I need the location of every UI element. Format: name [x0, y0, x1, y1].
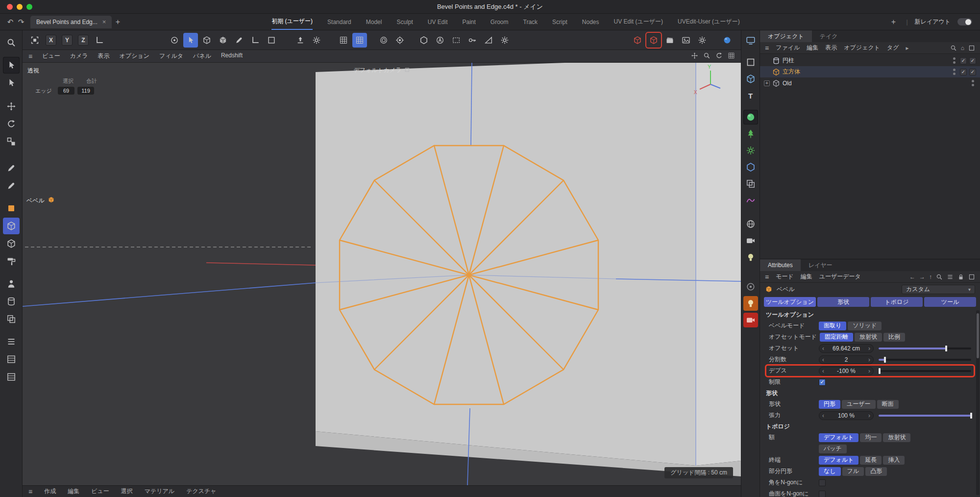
object-name[interactable]: 円柱: [783, 56, 794, 65]
undo-icon[interactable]: ↶: [5, 17, 16, 27]
slider-track[interactable]: [879, 370, 971, 372]
subdivision-value[interactable]: 2: [824, 356, 868, 363]
y-axis-toggle[interactable]: Y: [60, 33, 74, 48]
object-mode-button[interactable]: [216, 33, 230, 48]
phong-tag-icon[interactable]: ✓: [960, 57, 967, 64]
search-icon[interactable]: [950, 45, 957, 51]
point-pen-tool[interactable]: [3, 160, 20, 176]
spline-pen-tool[interactable]: [3, 177, 20, 194]
keyframe-tool-button[interactable]: [465, 33, 480, 48]
slider-track[interactable]: [879, 348, 971, 349]
axis-modification-toggle[interactable]: [293, 33, 308, 48]
tab-objects[interactable]: オブジェクト: [760, 30, 812, 42]
annotation-tool-button[interactable]: [433, 33, 447, 48]
section-button-shaping[interactable]: 形状: [817, 297, 869, 307]
close-window-button[interactable]: [7, 4, 13, 10]
section-button-tool[interactable]: ツール: [924, 297, 976, 307]
param-input-offset[interactable]: ‹69.642 cm›: [819, 344, 874, 353]
projection-label[interactable]: 透視: [27, 67, 39, 75]
rotate-view-control[interactable]: [715, 52, 723, 61]
section-button-topology[interactable]: トポロジ: [871, 297, 923, 307]
filter-icon[interactable]: [947, 273, 954, 280]
shape-option-2[interactable]: 断面: [877, 400, 899, 409]
subdivision-surface-button[interactable]: [743, 110, 758, 124]
object-edit-mode[interactable]: [3, 275, 20, 292]
selection-tool[interactable]: [3, 57, 20, 74]
polygon-pen-button[interactable]: [232, 33, 246, 48]
slider-handle[interactable]: [879, 368, 881, 374]
bevel-mode-option-0[interactable]: 面取り: [819, 322, 846, 330]
shape-option-0[interactable]: 円形: [819, 400, 840, 409]
slider-handle[interactable]: [970, 413, 972, 419]
slider-track[interactable]: [879, 415, 971, 417]
zoom-view-control[interactable]: [703, 52, 710, 61]
toggle-view-control[interactable]: [728, 52, 735, 61]
scale-tool[interactable]: [3, 133, 20, 150]
document-tab[interactable]: Bevel Points and Edg... ×: [30, 16, 112, 28]
ending-option-0[interactable]: デフォルト: [819, 456, 858, 465]
slider-handle[interactable]: [945, 346, 947, 351]
miter-option-2[interactable]: 放射状: [883, 433, 910, 442]
visibility-dots[interactable]: [953, 57, 956, 64]
bevel-mode-option-1[interactable]: ソリッド: [848, 322, 882, 330]
object-manager-menu-icon[interactable]: ≡: [765, 44, 769, 52]
viewport-menu-icon[interactable]: ≡: [28, 52, 32, 60]
snap-list-button[interactable]: [3, 333, 20, 350]
object-row-old[interactable]: +Old: [760, 77, 980, 89]
section-button-tool-options[interactable]: ツールオプション: [764, 297, 816, 307]
corner-ngon-checkbox[interactable]: [819, 479, 826, 486]
filter-menu[interactable]: フィルタ: [159, 52, 183, 60]
tab-layers[interactable]: レイヤー: [801, 259, 840, 271]
uv-edit-mode[interactable]: [3, 293, 20, 310]
maximize-window-button[interactable]: [26, 4, 32, 10]
coordinate-system-toggle[interactable]: [92, 33, 107, 48]
cube-primitives-button[interactable]: [743, 72, 758, 86]
polygon-edit-mode[interactable]: [3, 235, 20, 252]
volume-builder-button[interactable]: [743, 160, 758, 174]
bottom-menu-icon[interactable]: ≡: [28, 488, 32, 496]
redshift-camera-button[interactable]: [743, 313, 758, 327]
miter-option-1[interactable]: 均一: [860, 433, 882, 442]
panel-menu[interactable]: パネル: [193, 52, 211, 60]
generators-button[interactable]: [743, 143, 758, 158]
depth-value[interactable]: -100 %: [824, 368, 868, 374]
environment-objects-button[interactable]: [743, 217, 758, 231]
filter-panel-icon[interactable]: [968, 45, 975, 51]
move-tool[interactable]: [3, 98, 20, 115]
quantize-snap-toggle[interactable]: [352, 33, 367, 48]
bottom-edit-menu[interactable]: 編集: [68, 487, 79, 496]
menu-overflow-arrow-icon[interactable]: ▸: [906, 45, 909, 51]
search-icon[interactable]: [936, 273, 943, 280]
view-menu[interactable]: ビュー: [42, 52, 60, 60]
texture-edit-mode[interactable]: [3, 253, 20, 270]
camera-menu[interactable]: カメラ: [70, 52, 88, 60]
viewport[interactable]: Y X 透視 デフォルトカメラ 選択 合計 エッジ: [23, 63, 741, 485]
attr-user-data-menu[interactable]: ユーザーデータ: [819, 273, 861, 281]
offset-mode-option-2[interactable]: 比例: [883, 333, 905, 342]
offset-mode-option-0[interactable]: 固定距離: [820, 333, 853, 342]
up-icon[interactable]: ↑: [929, 273, 932, 280]
limit-checkbox[interactable]: ✓: [819, 379, 826, 386]
attributes-scrollbar[interactable]: [976, 310, 980, 495]
partial-round-option-0[interactable]: なし: [819, 467, 841, 476]
param-slider-tension[interactable]: [879, 411, 971, 420]
preset-dropdown[interactable]: カスタム ▾: [902, 285, 975, 294]
model-edit-mode[interactable]: [3, 200, 20, 217]
param-input-depth[interactable]: ‹-100 %›: [819, 367, 874, 375]
object-row-cylinder[interactable]: 円柱✓✓: [760, 55, 980, 66]
bottom-view-menu[interactable]: ビュー: [91, 487, 109, 496]
material-nodes-button[interactable]: [743, 279, 758, 294]
attr-mode-menu[interactable]: モード: [776, 273, 794, 281]
live-selection-tool[interactable]: [183, 33, 198, 48]
shape-option-1[interactable]: ユーザー: [842, 400, 876, 409]
content-shelf-button[interactable]: [3, 351, 20, 368]
offset-value[interactable]: 69.642 cm: [824, 345, 868, 352]
home-icon[interactable]: ⌂: [961, 45, 964, 51]
subdivision-increment[interactable]: ›: [868, 356, 870, 363]
render-view-button[interactable]: [630, 33, 645, 48]
forward-icon[interactable]: →: [919, 273, 925, 280]
fields-button[interactable]: [743, 193, 758, 208]
render-picture-viewer-button[interactable]: [679, 33, 693, 48]
camera-label[interactable]: デフォルトカメラ: [353, 66, 410, 75]
redshift-light-button[interactable]: [743, 296, 758, 311]
